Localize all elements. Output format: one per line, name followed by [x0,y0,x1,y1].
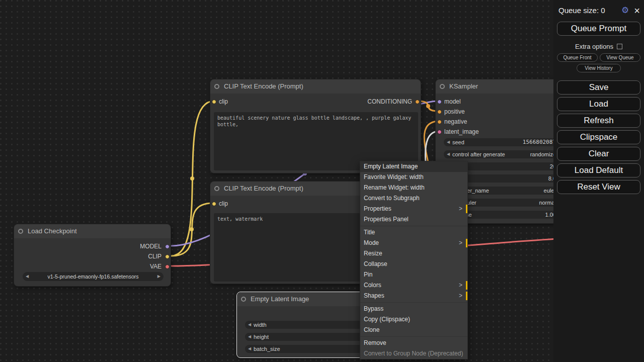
menu-separator [360,302,467,303]
menu-item-label: Mode [364,239,379,246]
view-queue-button[interactable]: View Queue [600,53,640,62]
collapse-dot-icon[interactable] [18,229,23,234]
menu-item-copy-clipspace[interactable]: Copy (Clipspace) [360,314,467,325]
menu-item-clone[interactable]: Clone [360,325,467,335]
menu-item-remove[interactable]: Remove [360,338,467,348]
load-default-button[interactable]: Load Default [557,163,640,177]
node-title: Load Checkpoint [28,224,77,238]
widget-label: control after generate [452,150,505,158]
ckpt-name-widget[interactable]: ◀ v1-5-pruned-emaonly-fp16.safetensors ▶ [23,272,164,281]
widget-label: seed [452,138,464,146]
input-slot-model[interactable] [437,100,442,104]
input-slot-latent-image[interactable] [437,130,442,134]
context-menu-header: Empty Latent Image [360,161,467,172]
input-slot-negative[interactable] [437,120,442,124]
input-label-latent-image: latent_image [444,128,479,135]
output-label-clip: CLIP [148,253,162,260]
node-title: Empty Latent Image [251,292,309,306]
menu-item-shapes[interactable]: Shapes > [360,291,467,301]
save-button[interactable]: Save [557,80,640,95]
menu-item-favorite-widget[interactable]: Favorite Widget: width [360,172,467,183]
menu-item-label: Shapes [364,292,384,299]
input-label-negative: negative [444,118,467,125]
menu-item-resize[interactable]: Resize [360,248,467,259]
node-title: CLIP Text Encode (Prompt) [224,182,303,196]
comfyui-menu-panel: Queue size: 0 ⚙ × Queue Prompt Extra opt… [553,0,644,362]
widget-value: 1566802087 [523,138,556,146]
input-label-model: model [444,98,461,105]
widget-value: randomize [530,150,556,158]
load-button[interactable]: Load [557,97,640,111]
submenu-indicator-bar [466,239,467,247]
submenu-indicator-bar [466,292,467,300]
menu-item-bypass[interactable]: Bypass [360,304,467,314]
widget-label: width [254,321,267,329]
control-after-generate-widget[interactable]: ◀ control after generate randomize ▶ [444,150,566,158]
submenu-arrow-icon: > [459,280,462,291]
collapse-dot-icon[interactable] [241,297,246,302]
menu-item-mode[interactable]: Mode > [360,238,467,248]
output-slot-conditioning[interactable] [415,100,420,104]
menu-separator [360,226,467,226]
menu-item-properties-panel[interactable]: Properties Panel [360,214,467,225]
queue-front-button[interactable]: Queue Front [557,53,598,62]
prev-arrow-icon[interactable]: ◀ [447,150,450,158]
node-titlebar[interactable]: CLIP Text Encode (Prompt) [210,79,421,94]
menu-item-convert-to-subgraph[interactable]: Convert to Subgraph [360,193,467,204]
node-clip-text-encode-1[interactable]: CLIP Text Encode (Prompt) clip CONDITION… [210,79,421,173]
input-label-clip: clip [219,98,228,105]
widget-label: height [254,333,269,341]
node-title: KSampler [449,79,478,94]
menu-item-properties[interactable]: Properties > [360,204,467,214]
prev-arrow-icon[interactable]: ◀ [248,333,251,341]
widget-label: batch_size [254,345,280,353]
prev-arrow-icon[interactable]: ◀ [26,272,29,281]
output-label-conditioning: CONDITIONING [367,98,412,105]
close-panel-icon[interactable]: × [634,7,640,15]
submenu-arrow-icon: > [459,238,462,248]
menu-item-collapse[interactable]: Collapse [360,259,467,269]
queue-prompt-button[interactable]: Queue Prompt [557,22,640,36]
node-title: CLIP Text Encode (Prompt) [224,79,303,94]
settings-gear-icon[interactable]: ⚙ [621,5,629,16]
input-label-clip: clip [219,200,228,207]
extra-options-checkbox[interactable] [617,44,622,49]
reset-view-button[interactable]: Reset View [557,180,640,194]
prev-arrow-icon[interactable]: ◀ [248,345,251,353]
menu-item-title[interactable]: Title [360,227,467,238]
collapse-dot-icon[interactable] [440,84,445,89]
next-arrow-icon[interactable]: ▶ [157,272,160,281]
node-context-menu: Empty Latent Image Favorite Widget: widt… [360,161,468,359]
output-slot-model[interactable] [165,244,170,249]
extra-options-label: Extra options [575,43,613,50]
node-load-checkpoint[interactable]: Load Checkpoint MODEL CLIP VAE ◀ v1-5-pr… [14,224,171,287]
clear-button[interactable]: Clear [557,147,640,161]
output-slot-clip[interactable] [165,254,170,259]
submenu-arrow-icon: > [459,291,462,301]
ckpt-name-value: v1-5-pruned-emaonly-fp16.safetensors [31,272,155,281]
output-label-model: MODEL [140,243,162,250]
menu-item-colors[interactable]: Colors > [360,280,467,291]
input-label-positive: positive [444,108,465,115]
queue-size-label: Queue size: 0 [558,6,621,15]
seed-widget[interactable]: ◀ seed 1566802087 ▶ [444,138,566,146]
output-slot-vae[interactable] [165,264,170,269]
view-history-button[interactable]: View History [577,64,621,72]
submenu-arrow-icon: > [459,204,462,214]
menu-item-convert-to-group-node[interactable]: Convert to Group Node (Deprecated) [360,348,467,359]
input-slot-clip[interactable] [212,100,216,104]
menu-item-rename-widget[interactable]: Rename Widget: width [360,183,467,193]
input-slot-clip[interactable] [212,202,216,206]
submenu-indicator-bar [466,205,467,213]
collapse-dot-icon[interactable] [214,186,219,191]
menu-item-pin[interactable]: Pin [360,269,467,280]
prev-arrow-icon[interactable]: ◀ [248,321,251,329]
collapse-dot-icon[interactable] [214,84,219,89]
node-titlebar[interactable]: KSampler [436,79,573,94]
prev-arrow-icon[interactable]: ◀ [447,138,450,146]
menu-item-label: Colors [364,282,381,289]
input-slot-positive[interactable] [437,110,442,114]
clipspace-button[interactable]: Clipspace [557,130,640,144]
node-titlebar[interactable]: Load Checkpoint [14,224,171,238]
refresh-button[interactable]: Refresh [557,114,640,128]
